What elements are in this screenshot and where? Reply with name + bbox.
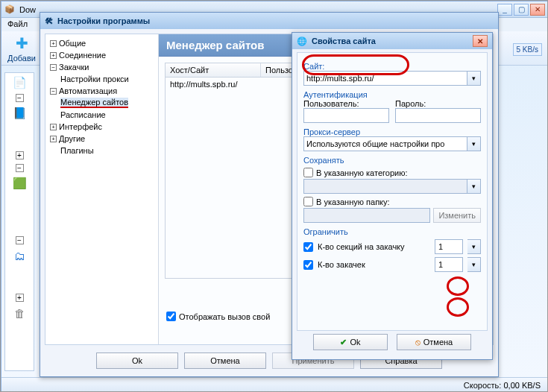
group-proxy: Прокси-сервер [303,127,481,136]
check-category-row: В указанную категорию: [303,168,481,177]
password-input[interactable] [395,108,481,123]
tree-item-site-manager[interactable]: Менеджер сайтов [47,97,157,109]
cancel-icon: ⦸ [415,338,421,347]
expand-icon[interactable]: + [50,136,57,142]
tree-collapse-3[interactable]: − [16,236,24,244]
site-cancel-button[interactable]: ⦸Отмена [397,334,471,350]
site-ok-button[interactable]: ✔Ok [313,334,388,350]
downloads-row: К-во закачек 1 ▾ [303,257,481,272]
side-panel: 📄 − 📘 + − 🟩 − 🗂 + 🗑 [4,72,34,371]
chevron-down-icon[interactable]: ▾ [467,71,481,86]
folder-value [303,208,430,223]
label-site: Сайт: [303,62,481,71]
show-call-label: Отображать вызов свой [179,312,270,321]
tree-item-plugins[interactable]: Плагины [47,145,157,157]
side-icon-3[interactable]: 🟩 [13,177,26,190]
proxy-combo[interactable]: ▾ [303,136,481,151]
site-bottom-buttons: ✔Ok ⦸Отмена [297,334,488,355]
group-limit: Ограничить [303,227,481,236]
check-category-label: В указанную категорию: [316,168,407,177]
check-downloads-label: К-во закачек [318,260,430,269]
chevron-down-icon[interactable]: ▾ [467,257,481,272]
site-close-button[interactable]: ✕ [473,35,488,47]
sections-row: К-во секций на закачку 1 ▾ [303,239,481,254]
status-bar: Скорость: 0,00 KB/S [1,377,548,392]
speed-indicator[interactable]: 5 KB/s [513,43,542,56]
site-title-bar[interactable]: 🌐 Свойства сайта ✕ [292,33,492,49]
show-call-checkbox[interactable] [166,312,176,321]
chevron-down-icon[interactable]: ▾ [467,179,481,194]
gear-icon: 🛠 [45,16,53,25]
expand-icon[interactable]: + [50,52,57,59]
app-icon: 📦 [4,4,15,14]
toolbar-add-label: Добави [7,54,36,63]
check-sections[interactable] [303,242,313,252]
window-buttons: _ ▢ ✕ [497,4,545,16]
check-category[interactable] [303,168,313,177]
status-speed-text: Скорость: 0,00 KB/S [464,381,541,390]
sections-value[interactable]: 1 [435,239,463,254]
expand-icon[interactable]: + [50,40,57,47]
tree-item-proxy[interactable]: Настройки прокси [47,73,157,85]
settings-cancel-button[interactable]: Отмена [184,353,266,369]
check-folder-label: В указанную папку: [316,197,390,206]
trash-icon[interactable]: 🗑 [13,306,26,320]
tree-item-general[interactable]: +Общие [47,37,157,49]
maximize-button[interactable]: ▢ [514,4,529,16]
site-url-input[interactable] [303,71,467,86]
check-folder-row: В указанную папку: [303,197,481,206]
auth-row: Пользователь: Пароль: [303,99,481,123]
site-properties-dialog: 🌐 Свойства сайта ✕ Сайт: ▾ Аутентификаци… [292,32,493,360]
menu-file[interactable]: Файл [7,19,28,28]
group-auth: Аутентификация [303,90,481,99]
tree-expand-2[interactable]: + [16,294,24,302]
site-props-icon: 🌐 [297,37,307,46]
check-folder[interactable] [303,197,313,206]
collapse-icon[interactable]: − [50,64,57,71]
proxy-value[interactable] [303,136,467,151]
tree-item-automation[interactable]: −Автоматизация [47,85,157,97]
settings-ok-button[interactable]: Ok [96,353,178,369]
tree-collapse-2[interactable]: − [16,164,24,172]
check-icon: ✔ [340,338,347,347]
tree-item-schedule[interactable]: Расписание [47,109,157,121]
category-value [303,179,467,194]
site-url-combo[interactable]: ▾ [303,71,481,86]
expand-icon[interactable]: + [50,124,57,130]
settings-title-bar[interactable]: 🛠 Настройки программы [40,13,498,29]
plus-icon: ✚ [13,34,31,52]
main-title-text: Dow [19,5,36,14]
chevron-down-icon[interactable]: ▾ [467,239,481,254]
tree-item-other[interactable]: +Другие [47,133,157,145]
downloads-value[interactable]: 1 [435,257,463,272]
tree-collapse-1[interactable]: − [16,94,24,102]
category-combo[interactable]: ▾ [303,179,481,194]
side-icon-1[interactable]: 📄 [13,76,26,89]
side-icon-2[interactable]: 📘 [13,107,26,120]
settings-title-text: Настройки программы [57,16,150,25]
site-body: Сайт: ▾ Аутентификация Пользователь: Пар… [297,52,488,331]
folder-row: Изменить [303,208,481,223]
tree-item-interface[interactable]: +Интерфейс [47,121,157,133]
user-input[interactable] [303,108,389,123]
check-sections-label: К-во секций на закачку [318,242,430,251]
minimize-button[interactable]: _ [497,4,512,16]
label-user: Пользователь: [303,99,389,108]
group-save: Сохранять [303,156,481,165]
tree-expand-1[interactable]: + [16,151,24,159]
row-host: http://mults.spb.ru/ [166,78,261,91]
label-password: Пароль: [395,99,481,108]
chevron-down-icon[interactable]: ▾ [467,136,481,151]
settings-tree[interactable]: +Общие +Соединение −Закачки Настройки пр… [45,34,159,344]
tree-item-downloads[interactable]: −Закачки [47,61,157,73]
check-downloads[interactable] [303,260,313,270]
side-icon-4[interactable]: 🗂 [13,249,26,262]
site-title-text: Свойства сайта [312,37,376,45]
col-host[interactable]: Хост/Сайт [166,63,261,77]
close-button[interactable]: ✕ [530,4,545,16]
collapse-icon[interactable]: − [50,88,57,95]
toolbar-add-button[interactable]: ✚ Добави [1,32,42,65]
tree-item-connection[interactable]: +Соединение [47,49,157,61]
change-folder-button[interactable]: Изменить [433,208,481,223]
